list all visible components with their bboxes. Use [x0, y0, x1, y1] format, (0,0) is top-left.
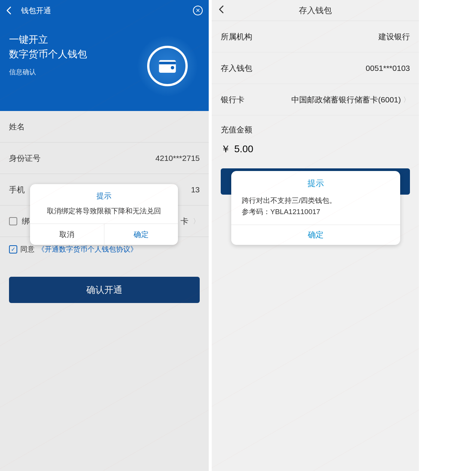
- wallet-icon: [157, 56, 178, 76]
- wallet-label: 存入钱包: [221, 63, 252, 74]
- name-row[interactable]: 姓名: [0, 111, 209, 142]
- name-label: 姓名: [9, 122, 25, 132]
- bankcard-row[interactable]: 银行卡 中国邮政储蓄银行储蓄卡(6001) 〉: [212, 84, 419, 116]
- left-dialog: 提示 取消绑定将导致限额下降和无法兑回 取消 确定: [30, 184, 178, 245]
- id-value: 4210***2715: [155, 154, 200, 163]
- card-label: 银行卡: [221, 94, 244, 105]
- phone-label: 手机: [9, 184, 25, 195]
- right-screen: 存入钱包 所属机构 建设银行 存入钱包 0051***0103 银行卡 中国邮政…: [212, 0, 419, 471]
- org-value: 建设银行: [378, 32, 410, 42]
- left-screen: 钱包开通 ✕ 一键开立 数字货币个人钱包 信息确认 姓名 身份证号 4210**…: [0, 0, 209, 471]
- card-suffix: 卡: [181, 216, 188, 226]
- card-value: 中国邮政储蓄银行储蓄卡(6001): [291, 94, 401, 105]
- left-header: 钱包开通 ✕: [0, 0, 209, 21]
- dialog-msg-line2: 参考码：YBLA12110017: [242, 206, 390, 218]
- dialog-message: 取消绑定将导致限额下降和无法兑回: [30, 205, 178, 224]
- ok-button[interactable]: 确定: [231, 225, 400, 245]
- amount-number: 5.00: [234, 143, 253, 155]
- agree-prefix: 同意: [20, 244, 35, 254]
- right-header: 存入钱包: [212, 0, 419, 21]
- id-row[interactable]: 身份证号 4210***2715: [0, 142, 209, 174]
- chevron-right-icon: 〉: [403, 95, 410, 104]
- cancel-button[interactable]: 取消: [30, 224, 104, 245]
- chevron-right-icon: 〉: [193, 217, 200, 226]
- amount-label: 充值金额: [212, 116, 419, 139]
- agree-checkbox[interactable]: ✓: [9, 245, 17, 254]
- card-label: 绑: [22, 216, 30, 226]
- left-header-title: 钱包开通: [21, 6, 51, 16]
- id-label: 身份证号: [9, 153, 41, 164]
- org-row: 所属机构 建设银行: [212, 21, 419, 52]
- dialog-message: 跨行对出不支持三/四类钱包。 参考码：YBLA12110017: [231, 194, 400, 225]
- wallet-icon-outer: [137, 36, 197, 96]
- dialog-msg-line1: 跨行对出不支持三/四类钱包。: [242, 195, 390, 206]
- back-icon[interactable]: [6, 6, 12, 15]
- wallet-row: 存入钱包 0051***0103: [212, 52, 419, 84]
- agree-link[interactable]: 《开通数字货币个人钱包协议》: [38, 244, 137, 254]
- org-label: 所属机构: [221, 32, 252, 42]
- svg-point-2: [171, 66, 174, 69]
- hero-banner: 一键开立 数字货币个人钱包 信息确认: [0, 21, 209, 111]
- wallet-value: 0051***0103: [366, 64, 410, 73]
- svg-rect-1: [159, 62, 176, 64]
- right-header-title: 存入钱包: [299, 5, 332, 16]
- amount-value[interactable]: ￥ 5.00: [212, 139, 419, 165]
- currency-symbol: ￥: [221, 142, 230, 156]
- close-icon[interactable]: ✕: [193, 6, 203, 15]
- phone-value: 13: [191, 185, 200, 194]
- confirm-button[interactable]: 确认开通: [9, 277, 200, 303]
- card-checkbox[interactable]: [9, 217, 17, 225]
- ok-button[interactable]: 确定: [104, 224, 178, 245]
- right-dialog: 提示 跨行对出不支持三/四类钱包。 参考码：YBLA12110017 确定: [231, 171, 400, 245]
- dialog-title: 提示: [30, 184, 178, 205]
- dialog-title: 提示: [231, 171, 400, 194]
- back-icon[interactable]: [218, 5, 224, 16]
